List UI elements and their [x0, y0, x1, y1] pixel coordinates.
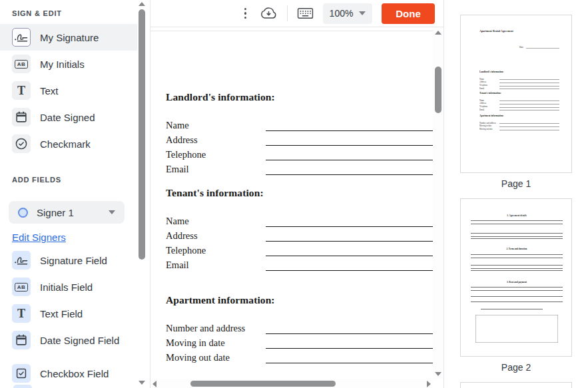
document-canvas: Landlord's information: Name Address Tel… [150, 27, 443, 388]
text-icon: T [12, 304, 31, 323]
thumb-paragraph [471, 254, 563, 260]
checkbox-icon [12, 364, 31, 383]
signature-icon [12, 28, 31, 47]
sign-edit-app: SIGN & EDIT My Signature AB My Initials [0, 0, 588, 388]
thumb-section-heading: Tenant's information: [479, 92, 501, 95]
chevron-down-icon [359, 11, 366, 15]
sidebar-item-label: Initials Field [40, 282, 93, 293]
blank-line[interactable] [266, 216, 433, 227]
more-options-icon[interactable] [240, 5, 251, 22]
thumb-paragraph [481, 309, 543, 311]
blank-line[interactable] [266, 120, 433, 131]
thumb-paragraph [471, 296, 563, 303]
signer-selector[interactable]: Signer 1 [9, 201, 125, 224]
sidebar-item-initials-field[interactable]: AB Initials Field [0, 274, 138, 300]
document-hscroll-thumb[interactable] [190, 381, 336, 387]
form-row: Moving in date [166, 337, 433, 352]
edit-signers-link[interactable]: Edit Signers [12, 232, 66, 243]
sidebar-item-my-signature[interactable]: My Signature [0, 24, 138, 51]
scroll-up-icon[interactable] [139, 2, 145, 6]
sidebar-item-label: Checkmark [40, 138, 91, 150]
download-icon[interactable] [260, 5, 278, 21]
thumb-textbox [475, 315, 558, 343]
thumb-paragraph [471, 287, 563, 291]
form-row: Name [166, 216, 433, 230]
page-1-label: Page 1 [501, 173, 531, 198]
sidebar-item-label: Text [40, 85, 59, 97]
calendar-icon [12, 108, 31, 126]
done-button[interactable]: Done [382, 3, 435, 24]
sidebar-item-text-field[interactable]: T Text Field [0, 300, 138, 327]
sidebar-item-label: Date Signed [40, 112, 95, 123]
sidebar-item-date-signed-field[interactable]: Date Signed Field [0, 327, 138, 353]
thumb-paragraph [471, 220, 563, 226]
document-vertical-scrollbar[interactable] [433, 27, 443, 379]
blank-line[interactable] [266, 134, 433, 146]
page-2-thumbnail[interactable]: 1. Agreement details 2. Term and duratio… [460, 198, 572, 357]
sidebar-item-text[interactable]: T Text [0, 77, 138, 104]
thumb-doc-title: Apartment Rental Agreement [479, 29, 513, 33]
next-field-item-partial [13, 385, 32, 388]
sidebar-item-signature-field[interactable]: Signature Field [0, 247, 138, 274]
blank-line[interactable] [266, 149, 433, 160]
scroll-down-icon[interactable] [139, 381, 145, 385]
form-row: Address [166, 230, 433, 245]
sidebar-item-date-signed[interactable]: Date Signed [0, 104, 138, 130]
sidebar-item-label: My Initials [40, 59, 85, 70]
toolbar: 100% Done [150, 0, 443, 27]
sidebar-item-label: Text Field [40, 308, 83, 319]
blank-line[interactable] [266, 352, 433, 363]
page-1-thumbnail[interactable]: Apartment Rental Agreement Date Landlord… [460, 15, 572, 173]
scroll-right-icon[interactable] [427, 381, 431, 387]
add-fields-header: ADD FIELDS [0, 157, 138, 190]
check-circle-icon [12, 134, 31, 153]
thumb-paragraph [471, 265, 563, 272]
scroll-down-icon[interactable] [435, 372, 441, 376]
sidebar-item-my-initials[interactable]: AB My Initials [0, 51, 138, 77]
zoom-level-value: 100% [330, 8, 354, 19]
blank-line[interactable] [266, 337, 433, 349]
section-heading: Apartment information: [166, 294, 433, 306]
sidebar-item-checkbox-field[interactable]: Checkbox Field [0, 360, 138, 387]
document-vscroll-thumb[interactable] [435, 67, 441, 113]
keyboard-icon[interactable] [297, 7, 314, 20]
sidebar-scrollbar[interactable] [137, 0, 147, 388]
signer-selector-value: Signer 1 [37, 207, 109, 218]
form-row: Telephone [166, 245, 433, 260]
document-horizontal-scrollbar[interactable] [150, 379, 433, 388]
chevron-down-icon [109, 210, 115, 214]
thumb-section-heading: Landlord's information: [479, 71, 503, 73]
blank-line[interactable] [266, 164, 433, 175]
form-row: Telephone [166, 149, 433, 164]
blank-line[interactable] [266, 230, 433, 242]
document-pane: 100% Done Landlord's information: Name A… [150, 0, 444, 388]
zoom-level-dropdown[interactable]: 100% [323, 3, 372, 24]
page-3-thumbnail[interactable] [460, 382, 572, 388]
page-2-label: Page 2 [501, 357, 531, 382]
blank-line[interactable] [266, 245, 433, 256]
sidebar-scrollbar-thumb[interactable] [139, 9, 145, 260]
form-row: Number and address [166, 323, 433, 337]
initials-icon: AB [12, 278, 31, 296]
section-heading: Tenant's information: [166, 187, 433, 199]
signer-color-icon [18, 208, 28, 218]
blank-line[interactable] [266, 260, 433, 271]
scroll-left-icon[interactable] [152, 381, 156, 387]
thumb-section-heading: 3. Rent and payment [461, 281, 572, 284]
sidebar-item-label: Checkbox Field [40, 368, 109, 379]
thumb-paragraph [471, 233, 563, 240]
landlord-section: Landlord's information: Name Address Tel… [166, 91, 433, 178]
sidebar-item-label: My Signature [40, 32, 99, 43]
scroll-up-icon[interactable] [435, 31, 441, 35]
page-thumbnails-panel: Apartment Rental Agreement Date Landlord… [444, 0, 588, 388]
sidebar-item-checkmark[interactable]: Checkmark [0, 130, 138, 157]
sign-edit-header: SIGN & EDIT [0, 0, 138, 24]
section-heading: Landlord's information: [166, 91, 433, 103]
toolbar-divider [287, 5, 288, 21]
sidebar: SIGN & EDIT My Signature AB My Initials [0, 0, 150, 388]
tenant-section: Tenant's information: Name Address Telep… [166, 187, 433, 274]
blank-line[interactable] [266, 323, 433, 334]
thumb-section-heading: 2. Term and duration [461, 248, 572, 250]
document-page[interactable]: Landlord's information: Name Address Tel… [150, 27, 433, 379]
calendar-icon [12, 331, 31, 349]
